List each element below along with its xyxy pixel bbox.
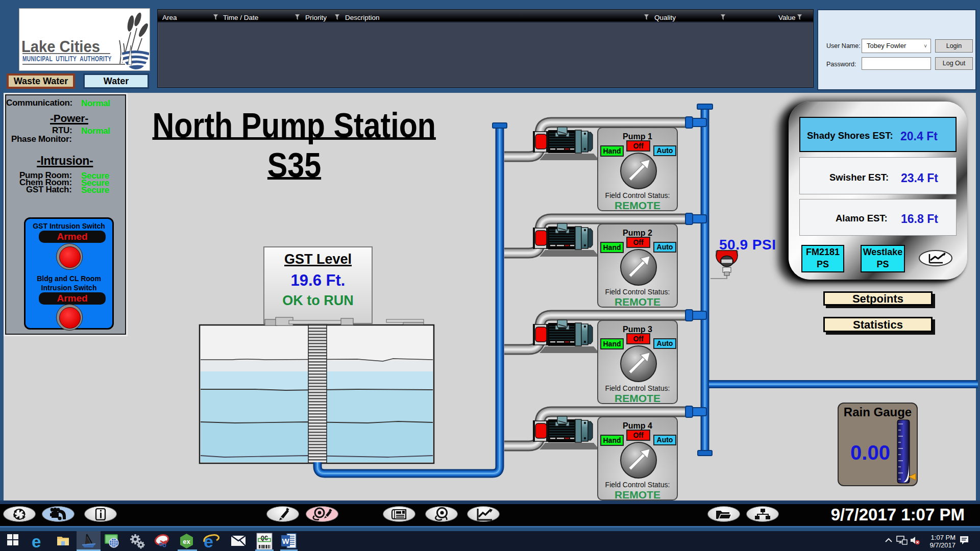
svg-text:ex: ex [183,538,190,545]
svg-text:W: W [282,537,289,545]
